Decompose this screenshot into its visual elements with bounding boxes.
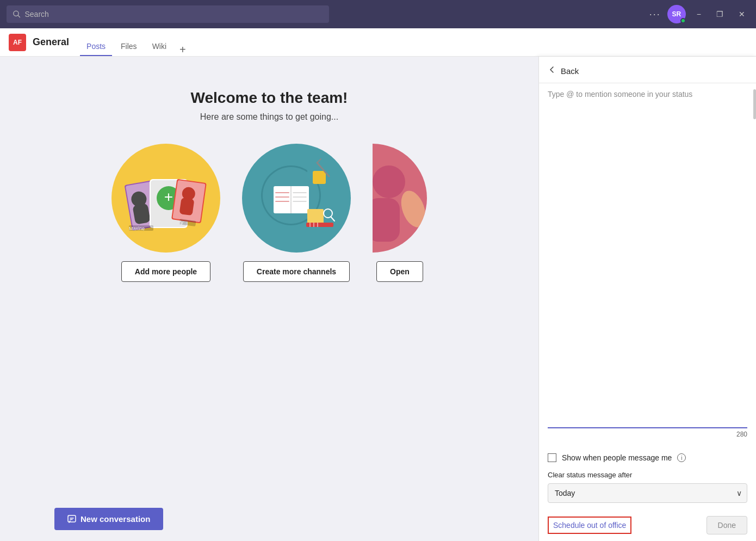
search-icon <box>13 10 20 18</box>
content-area: Welcome to the team! Here are some thing… <box>0 57 538 541</box>
svg-rect-32 <box>307 209 324 224</box>
add-more-people-button[interactable]: Add more people <box>121 261 210 282</box>
channel-tabs: Posts Files Wiki + <box>80 28 190 56</box>
new-conversation-label: New conversation <box>80 514 150 524</box>
tab-posts[interactable]: Posts <box>80 28 112 56</box>
svg-point-39 <box>373 165 405 198</box>
back-arrow-icon <box>548 65 556 74</box>
open-svg <box>373 144 427 253</box>
user-avatar-container[interactable]: SR <box>667 5 686 23</box>
channel-header: AF General Posts Files Wiki + <box>0 28 756 57</box>
title-bar-controls: ··· SR − ❐ ✕ <box>649 5 749 23</box>
svg-rect-40 <box>373 198 400 242</box>
clear-after-dropdown-wrapper: Never 30 minutes 1 hour 4 hours Today Th… <box>548 483 747 503</box>
svg-text:Maxine: Maxine <box>129 226 145 231</box>
clear-after-dropdown[interactable]: Never 30 minutes 1 hour 4 hours Today Th… <box>548 483 747 503</box>
tab-files[interactable]: Files <box>114 28 144 56</box>
status-textarea[interactable] <box>548 90 747 428</box>
tab-wiki[interactable]: Wiki <box>146 28 173 56</box>
panel-footer: Schedule out of office Done <box>539 509 756 541</box>
create-more-channels-button[interactable]: Create more channels <box>243 261 350 282</box>
info-icon[interactable]: i <box>677 453 686 462</box>
welcome-subtitle: Here are some things to get going... <box>200 112 338 122</box>
svg-rect-29 <box>313 171 326 184</box>
maximize-button[interactable]: ❐ <box>712 8 728 21</box>
close-button[interactable]: ✕ <box>734 8 749 21</box>
team-icon: AF <box>9 34 26 51</box>
create-channels-illustration <box>242 144 351 253</box>
open-card: Open <box>373 144 427 282</box>
create-channels-card: Create more channels <box>242 144 351 282</box>
show-when-label: Show when people message me <box>562 453 672 462</box>
open-button[interactable]: Open <box>376 261 423 282</box>
schedule-out-of-office-link[interactable]: Schedule out of office <box>548 517 631 534</box>
new-conversation-button[interactable]: New conversation <box>54 508 163 530</box>
svg-point-41 <box>396 187 427 230</box>
avatar-status-indicator <box>680 18 686 23</box>
add-people-illustration: + Maxine ty <box>111 144 220 253</box>
svg-text:+: + <box>164 188 173 205</box>
create-channels-svg <box>247 149 345 247</box>
scroll-indicator <box>753 89 756 119</box>
panel-header: Back <box>539 57 756 83</box>
status-input-area: 280 <box>539 83 756 447</box>
new-conv-icon <box>67 515 76 524</box>
svg-line-38 <box>331 217 334 221</box>
welcome-title: Welcome to the team! <box>191 89 348 107</box>
tab-add-button[interactable]: + <box>175 44 190 56</box>
more-options-button[interactable]: ··· <box>649 9 661 20</box>
title-bar: ··· SR − ❐ ✕ <box>0 0 756 28</box>
main-content: Welcome to the team! Here are some thing… <box>0 57 756 541</box>
show-when-checkbox[interactable] <box>548 453 556 462</box>
add-people-card: + Maxine ty Add more people <box>111 144 220 282</box>
minimize-button[interactable]: − <box>692 8 705 21</box>
svg-rect-13 <box>179 198 195 216</box>
channel-name: General <box>33 36 69 48</box>
search-input[interactable] <box>24 10 322 19</box>
done-button[interactable]: Done <box>707 516 747 534</box>
cards-row: + Maxine ty Add more people <box>111 144 427 282</box>
svg-line-1 <box>18 15 20 17</box>
add-people-svg: + Maxine ty <box>117 149 215 247</box>
char-count: 280 <box>548 428 747 440</box>
back-button[interactable] <box>548 65 556 76</box>
show-when-row: Show when people message me i <box>539 447 756 469</box>
status-panel: Back 280 Show when people message me i C… <box>538 57 756 541</box>
open-illustration <box>373 144 427 253</box>
clear-after-section: Clear status message after Never 30 minu… <box>539 469 756 509</box>
clear-after-label: Clear status message after <box>548 471 747 479</box>
search-bar[interactable] <box>7 5 329 23</box>
panel-title: Back <box>561 66 579 76</box>
svg-line-31 <box>317 159 321 163</box>
